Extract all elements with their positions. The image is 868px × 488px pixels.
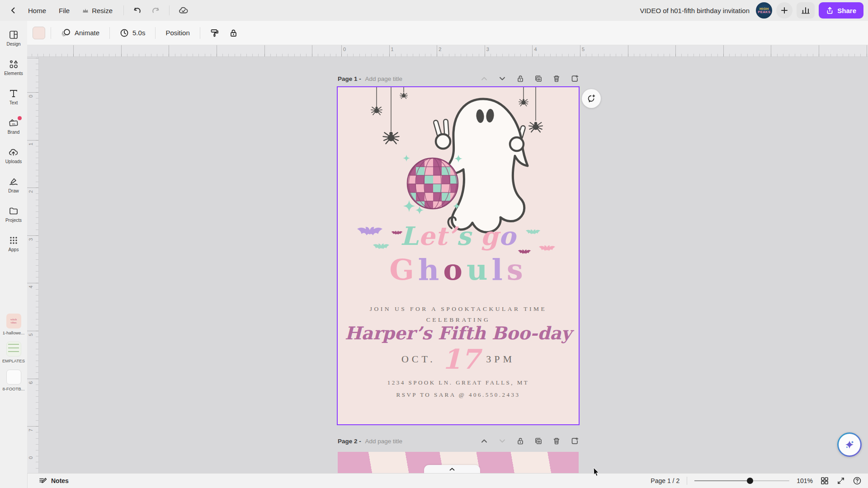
- lock-button[interactable]: [225, 25, 242, 41]
- invite-date-row[interactable]: OCT. 17 3PM: [338, 347, 579, 371]
- redo-button[interactable]: [147, 3, 164, 18]
- sidebar-item-draw[interactable]: Draw: [1, 172, 26, 197]
- move-page-down-icon[interactable]: [498, 75, 506, 83]
- zoom-percent[interactable]: 101%: [797, 477, 813, 484]
- thumbnail: witchvibes: [6, 314, 21, 328]
- copy-style-button[interactable]: [206, 25, 224, 41]
- add-member-button[interactable]: [776, 2, 793, 19]
- delete-page-icon[interactable]: [552, 75, 561, 83]
- page-1-title-input[interactable]: Add page title: [365, 75, 403, 82]
- file-thumb-templates[interactable]: EMPLATES: [0, 342, 27, 363]
- file-menu[interactable]: File: [53, 4, 75, 17]
- duration-button[interactable]: 5.0s: [115, 25, 150, 41]
- letter: [471, 221, 481, 251]
- spider-icon: [529, 122, 542, 132]
- duplicate-page-icon[interactable]: [534, 75, 542, 83]
- invite-address[interactable]: 1234 SPOOK LN. GREAT FALLS, MT: [338, 379, 579, 386]
- letter: t: [435, 221, 448, 251]
- document-title[interactable]: VIDEO of h01-fifth birthday invitation: [640, 0, 750, 21]
- color-swatch[interactable]: [33, 27, 45, 39]
- svg-text:co.: co.: [12, 122, 16, 125]
- home-menu[interactable]: Home: [23, 4, 52, 17]
- lets-go-title[interactable]: Let’s go: [338, 221, 579, 251]
- disco-ball-illustration: [407, 158, 459, 210]
- fullscreen-icon[interactable]: [836, 476, 845, 485]
- zoom-slider[interactable]: [694, 478, 789, 484]
- page-1[interactable]: Let’s go Ghouls JOIN US FOR A SPOOKTACKU…: [338, 87, 579, 424]
- animate-button[interactable]: Animate: [57, 25, 104, 41]
- elements-icon: [9, 59, 19, 69]
- ruler-number: 1: [28, 143, 33, 145]
- sidebar-item-projects[interactable]: Projects: [1, 202, 26, 227]
- sidebar-item-design[interactable]: Design: [1, 25, 26, 51]
- sidebar-item-apps[interactable]: Apps: [1, 231, 26, 256]
- add-page-icon[interactable]: [571, 75, 579, 83]
- ai-assistant-button[interactable]: [837, 432, 862, 457]
- duplicate-page-icon[interactable]: [534, 437, 542, 445]
- ruler-number: 3: [28, 238, 33, 241]
- ruler-number: 2: [28, 190, 33, 193]
- page-2-title-input[interactable]: Add page title: [365, 438, 403, 445]
- position-button[interactable]: Position: [161, 26, 194, 40]
- avatar[interactable]: HIGH PEAKS: [756, 2, 772, 19]
- move-page-up-icon[interactable]: [480, 437, 488, 445]
- zoom-slider-knob[interactable]: [747, 478, 753, 484]
- move-page-up-icon[interactable]: [480, 75, 488, 83]
- sidebar-item-brand[interactable]: co. Brand: [1, 113, 26, 139]
- move-page-down-icon[interactable]: [498, 437, 506, 445]
- vertical-ruler: 012345670: [27, 57, 39, 473]
- spider-icon: [383, 132, 399, 144]
- clock-icon: [120, 28, 129, 38]
- animate-icon: [61, 28, 71, 38]
- lock-page-icon[interactable]: [516, 75, 524, 83]
- date-month: OCT.: [401, 353, 436, 365]
- position-label: Position: [165, 29, 189, 37]
- chevron-up-icon: [449, 468, 455, 471]
- invite-line-1[interactable]: JOIN US FOR A SPOOKTACKULAR TIME: [338, 305, 579, 313]
- timeline-collapse-handle[interactable]: [424, 465, 480, 473]
- invite-rsvp[interactable]: RSVP TO SARA @ 406.550.2433: [338, 391, 579, 399]
- cloud-check-icon: [179, 6, 189, 15]
- ruler-number: 5: [28, 333, 33, 336]
- page-indicator[interactable]: Page 1 / 2: [651, 477, 679, 484]
- help-icon[interactable]: [853, 476, 862, 485]
- delete-page-icon[interactable]: [552, 437, 561, 445]
- thumbnail: [6, 342, 21, 357]
- page-2-label: Page 2 -: [338, 438, 363, 445]
- letter: s: [507, 253, 527, 286]
- ruler-number: 1: [391, 47, 394, 52]
- comment-plus-icon: [586, 94, 596, 103]
- sidebar-item-uploads[interactable]: Uploads: [1, 143, 26, 168]
- ruler-number: 7: [28, 429, 33, 432]
- divider: [169, 5, 170, 15]
- date-time: 3PM: [486, 353, 515, 365]
- sidebar-item-text[interactable]: Text: [1, 84, 26, 109]
- ruler-number: 6: [28, 381, 33, 384]
- invite-headline[interactable]: Harper’s Fifth Boo-day: [338, 323, 579, 343]
- file-thumb-halloween[interactable]: witchvibes 1-hallowe...: [0, 314, 27, 335]
- divider: [155, 27, 156, 39]
- share-button[interactable]: Share: [819, 2, 863, 19]
- back-button[interactable]: [5, 4, 21, 17]
- undo-button[interactable]: [129, 3, 146, 18]
- zoom-slider-fill: [694, 480, 750, 481]
- sidebar-item-elements[interactable]: Elements: [1, 55, 26, 80]
- add-page-icon[interactable]: [571, 437, 579, 445]
- ghouls-title[interactable]: Ghouls: [338, 253, 579, 286]
- lock-page-icon[interactable]: [516, 437, 524, 445]
- grid-view-icon[interactable]: [820, 476, 829, 485]
- letter: L: [401, 221, 419, 251]
- page-1-label: Page 1 -: [338, 75, 363, 82]
- sparkle-icon: [403, 155, 410, 161]
- letter: l: [492, 253, 507, 286]
- cloud-save-button[interactable]: [175, 3, 192, 18]
- file-thumb-football[interactable]: 8-FOOTB...: [0, 370, 27, 391]
- insights-button[interactable]: [797, 2, 815, 19]
- resize-menu[interactable]: Resize: [77, 4, 118, 17]
- projects-icon: [9, 206, 19, 216]
- share-label: Share: [837, 7, 856, 14]
- notes-button[interactable]: Notes: [38, 477, 69, 485]
- add-comment-button[interactable]: [582, 89, 601, 108]
- divider: [687, 477, 687, 485]
- animate-label: Animate: [75, 29, 99, 37]
